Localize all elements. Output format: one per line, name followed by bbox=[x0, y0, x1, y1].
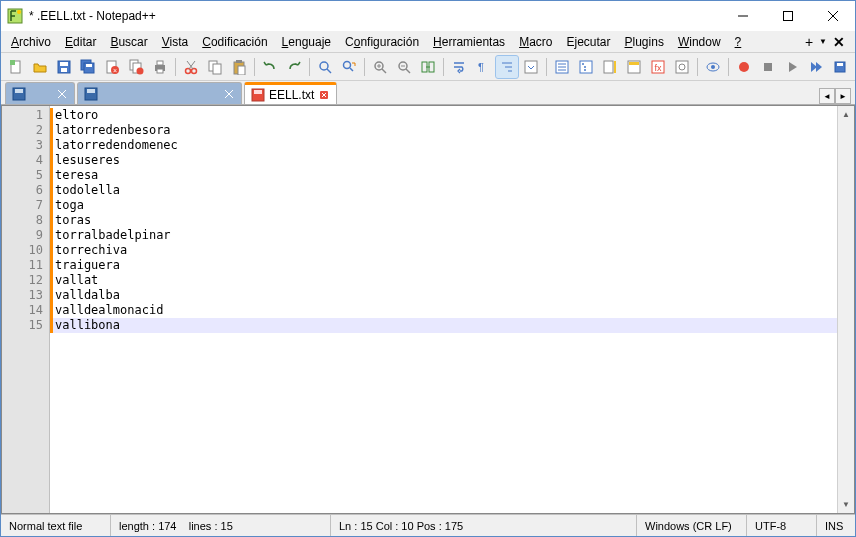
svg-rect-71 bbox=[837, 63, 843, 66]
code-line[interactable]: latorredenbesora bbox=[50, 123, 837, 138]
maximize-button[interactable] bbox=[765, 1, 810, 31]
tab-1[interactable] bbox=[5, 82, 75, 104]
code-text-area[interactable]: eltorolatorredenbesoralatorredendomenecl… bbox=[50, 106, 837, 513]
tab-close-icon[interactable] bbox=[223, 88, 235, 100]
titlebar: * .EELL.txt - Notepad++ bbox=[1, 1, 855, 31]
monitor-icon[interactable] bbox=[702, 56, 724, 78]
plus-icon[interactable]: + bbox=[805, 34, 813, 50]
svg-rect-3 bbox=[783, 12, 792, 21]
code-text: vallibona bbox=[55, 318, 120, 333]
menu-help[interactable]: ? bbox=[729, 33, 748, 51]
save-macro-icon[interactable] bbox=[829, 56, 851, 78]
minimize-button[interactable] bbox=[720, 1, 765, 31]
tab-scroll-left-icon[interactable]: ◄ bbox=[819, 88, 835, 104]
close-all-icon[interactable]: ✕ bbox=[833, 34, 845, 50]
code-line[interactable]: vallibona bbox=[50, 318, 837, 333]
undo-icon[interactable] bbox=[259, 56, 281, 78]
copy-icon[interactable] bbox=[204, 56, 226, 78]
tab-close-icon[interactable] bbox=[56, 88, 68, 100]
print-icon[interactable] bbox=[149, 56, 171, 78]
close-button[interactable] bbox=[810, 1, 855, 31]
folder-tree-icon[interactable] bbox=[575, 56, 597, 78]
play-multi-icon[interactable] bbox=[805, 56, 827, 78]
close-all-files-icon[interactable] bbox=[125, 56, 147, 78]
save-status-modified-icon bbox=[251, 88, 265, 102]
menu-herramientas[interactable]: Herramientas bbox=[427, 33, 511, 51]
menu-window[interactable]: Window bbox=[672, 33, 727, 51]
tab-eell[interactable]: EELL.txt bbox=[244, 82, 337, 104]
svg-rect-81 bbox=[254, 90, 262, 94]
function-icon[interactable]: fx bbox=[647, 56, 669, 78]
save-icon[interactable] bbox=[53, 56, 75, 78]
tab-scroll-right-icon[interactable]: ► bbox=[835, 88, 851, 104]
zoom-out-icon[interactable] bbox=[393, 56, 415, 78]
tab-2[interactable] bbox=[77, 82, 242, 104]
code-line[interactable]: lesuseres bbox=[50, 153, 837, 168]
code-line[interactable]: torralbadelpinar bbox=[50, 228, 837, 243]
redo-icon[interactable] bbox=[283, 56, 305, 78]
close-file-icon[interactable]: × bbox=[101, 56, 123, 78]
indent-guide-icon[interactable] bbox=[496, 56, 518, 78]
tab-close-icon[interactable] bbox=[318, 89, 330, 101]
code-text: vallat bbox=[55, 273, 98, 288]
scroll-down-icon[interactable]: ▼ bbox=[838, 496, 854, 513]
code-line[interactable]: eltoro bbox=[50, 108, 837, 123]
menu-editar[interactable]: Editar bbox=[59, 33, 102, 51]
dropdown-icon[interactable]: ▼ bbox=[819, 37, 827, 46]
code-line[interactable]: valldealmonacid bbox=[50, 303, 837, 318]
menu-macro[interactable]: Macro bbox=[513, 33, 558, 51]
code-line[interactable]: teresa bbox=[50, 168, 837, 183]
zoom-in-icon[interactable] bbox=[369, 56, 391, 78]
find-icon[interactable] bbox=[314, 56, 336, 78]
new-file-icon[interactable] bbox=[5, 56, 27, 78]
status-ins[interactable]: INS bbox=[817, 515, 855, 536]
open-file-icon[interactable] bbox=[29, 56, 51, 78]
lang-dropdown-icon[interactable] bbox=[520, 56, 542, 78]
line-number: 13 bbox=[2, 288, 43, 303]
status-position: Ln : 15 Col : 10 Pos : 175 bbox=[331, 515, 637, 536]
menu-plugins[interactable]: Plugins bbox=[619, 33, 670, 51]
menu-codificacion[interactable]: Codificación bbox=[196, 33, 273, 51]
separator bbox=[443, 58, 444, 76]
vertical-scrollbar[interactable]: ▲ ▼ bbox=[837, 106, 854, 513]
show-all-chars-icon[interactable]: ¶ bbox=[472, 56, 494, 78]
play-macro-icon[interactable] bbox=[781, 56, 803, 78]
doc-list-icon[interactable] bbox=[623, 56, 645, 78]
sync-scroll-icon[interactable] bbox=[417, 56, 439, 78]
menu-ejecutar[interactable]: Ejecutar bbox=[560, 33, 616, 51]
code-line[interactable]: toga bbox=[50, 198, 837, 213]
save-all-icon[interactable] bbox=[77, 56, 99, 78]
code-text: teresa bbox=[55, 168, 98, 183]
save-status-icon bbox=[84, 87, 98, 101]
status-encoding[interactable]: UTF-8 bbox=[747, 515, 817, 536]
code-line[interactable]: latorredendomenec bbox=[50, 138, 837, 153]
wordwrap-icon[interactable] bbox=[448, 56, 470, 78]
menu-archivo[interactable]: Archivo bbox=[5, 33, 57, 51]
code-line[interactable]: valldalba bbox=[50, 288, 837, 303]
menu-vista[interactable]: Vista bbox=[156, 33, 194, 51]
window-controls bbox=[720, 1, 855, 31]
menu-buscar[interactable]: Buscar bbox=[104, 33, 153, 51]
doc-map-icon[interactable] bbox=[599, 56, 621, 78]
stop-macro-icon[interactable] bbox=[757, 56, 779, 78]
cut-icon[interactable] bbox=[180, 56, 202, 78]
svg-point-34 bbox=[344, 61, 351, 68]
scroll-up-icon[interactable]: ▲ bbox=[838, 106, 854, 123]
code-line[interactable]: toras bbox=[50, 213, 837, 228]
code-line[interactable]: todolella bbox=[50, 183, 837, 198]
preferences-icon[interactable] bbox=[671, 56, 693, 78]
code-line[interactable]: vallat bbox=[50, 273, 837, 288]
func-list-icon[interactable] bbox=[551, 56, 573, 78]
code-line[interactable]: torrechiva bbox=[50, 243, 837, 258]
status-eol[interactable]: Windows (CR LF) bbox=[637, 515, 747, 536]
svg-rect-9 bbox=[60, 62, 68, 66]
menu-configuracion[interactable]: Configuración bbox=[339, 33, 425, 51]
code-line[interactable]: traiguera bbox=[50, 258, 837, 273]
status-length: length : 174 bbox=[119, 520, 177, 532]
paste-icon[interactable] bbox=[228, 56, 250, 78]
replace-icon[interactable] bbox=[338, 56, 360, 78]
svg-point-23 bbox=[186, 68, 191, 73]
menu-lenguaje[interactable]: Lenguaje bbox=[276, 33, 337, 51]
record-macro-icon[interactable] bbox=[733, 56, 755, 78]
svg-point-32 bbox=[320, 62, 328, 70]
